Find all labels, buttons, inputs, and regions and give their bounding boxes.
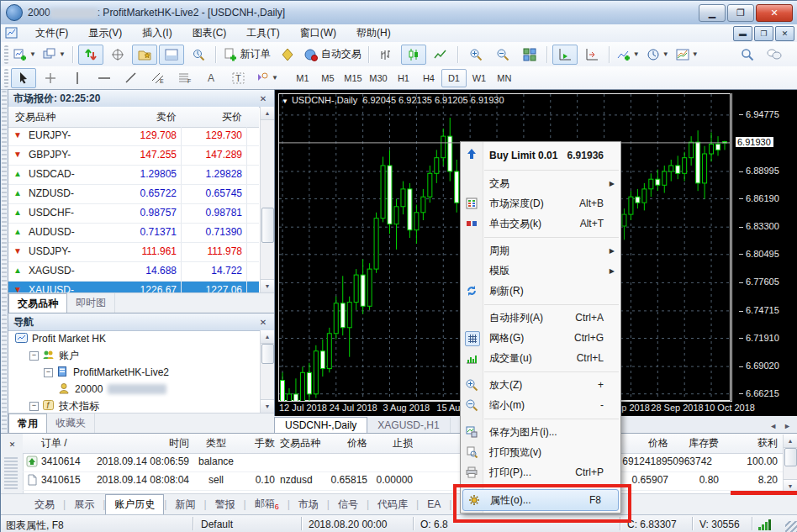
- shapes-icon[interactable]: ▼: [253, 68, 281, 88]
- expander-icon[interactable]: −: [29, 402, 39, 411]
- tab-scroll-right-icon[interactable]: ►: [784, 422, 791, 430]
- history-row-3410615[interactable]: 34106152018.09.14 08:08:04sell0.10nzdusd…: [23, 471, 783, 491]
- expander-icon[interactable]: −: [44, 368, 53, 377]
- tree-item-Profit Market HK[interactable]: Profit Market HK: [8, 330, 259, 347]
- column-header-bid[interactable]: 卖价: [156, 110, 177, 124]
- market-watch-row-USDJPY-[interactable]: ▼USDJPY-111.961111.978: [8, 243, 259, 262]
- scroll-up-icon[interactable]: ▲: [261, 107, 274, 120]
- market-watch-row-NZDUSD-[interactable]: ▲NZDUSD-0.657220.65745: [8, 185, 259, 204]
- metaeditor-icon[interactable]: [275, 45, 300, 65]
- tree-item-账户[interactable]: −账户: [8, 347, 259, 364]
- chart-tab-XAGUSD-,H1[interactable]: XAGUSD-,H1: [367, 418, 450, 433]
- tab-scroll-left-icon[interactable]: ◄: [769, 422, 777, 430]
- scrollbar-thumb[interactable]: [784, 448, 797, 466]
- market-watch-row-EURJPY-[interactable]: ▼EURJPY-129.708129.730: [8, 127, 259, 146]
- trendline-icon[interactable]: [119, 68, 144, 88]
- column-header-symbol[interactable]: 交易品种: [15, 110, 55, 124]
- menu-图表(C)[interactable]: 图表(C): [182, 25, 237, 40]
- candlestick-icon[interactable]: [401, 45, 426, 65]
- terminal-tab-账户历史[interactable]: 账户历史: [105, 494, 164, 515]
- chat-icon[interactable]: [762, 45, 787, 65]
- tile-windows-icon[interactable]: [517, 45, 542, 65]
- scroll-up-icon[interactable]: ▲: [784, 435, 797, 448]
- scroll-down-icon[interactable]: ▼: [261, 279, 274, 293]
- timeframe-M1[interactable]: M1: [290, 69, 315, 87]
- menu-显示(V)[interactable]: 显示(V): [78, 25, 132, 40]
- timeframe-M5[interactable]: M5: [315, 69, 340, 87]
- timeframe-M30[interactable]: M30: [366, 69, 391, 87]
- context-menu-item-打印(P)...[interactable]: 打印(P)...Ctrl+P: [461, 462, 620, 482]
- vertical-line-icon[interactable]: [65, 68, 90, 88]
- toolbar-grip[interactable]: [4, 69, 8, 87]
- new-order-button[interactable]: 新订单: [221, 45, 273, 65]
- mdi-close-button[interactable]: ✕: [775, 26, 794, 41]
- terminal-tab-代码库[interactable]: 代码库: [369, 495, 416, 514]
- timeframe-D1[interactable]: D1: [441, 69, 467, 87]
- mdi-minimize-button[interactable]: ▬: [733, 26, 752, 41]
- terminal-tab-警报[interactable]: 警报: [207, 495, 244, 514]
- tree-item-20000[interactable]: 20000: [8, 381, 259, 398]
- tab-收藏夹[interactable]: 收藏夹: [47, 413, 95, 433]
- context-menu-item-周期[interactable]: 周期▶: [461, 240, 620, 261]
- close-button[interactable]: ✕: [756, 4, 793, 22]
- tree-item-ProfitMarketHK-Live2[interactable]: −ProfitMarketHK-Live2: [8, 364, 259, 381]
- history-row-3410614[interactable]: 34106142018.09.14 08:06:59balance6912418…: [23, 453, 783, 472]
- expander-icon[interactable]: −: [29, 351, 39, 361]
- bar-chart-icon[interactable]: [374, 45, 399, 65]
- context-menu-item-保存为图片(i)...[interactable]: 保存为图片(i)...: [461, 422, 620, 442]
- context-menu-item-放大(Z)[interactable]: 放大(Z)+: [461, 375, 620, 395]
- menu-帮助(H)[interactable]: 帮助(H): [346, 25, 401, 40]
- search-icon[interactable]: [735, 45, 760, 65]
- context-menu-item-网格(G)[interactable]: 网格(G)Ctrl+G: [461, 328, 620, 348]
- new-chart-icon[interactable]: ▼: [11, 45, 39, 65]
- terminal-grip[interactable]: [4, 457, 18, 491]
- scroll-up-icon[interactable]: ▲: [261, 330, 274, 344]
- timeframe-H1[interactable]: H1: [391, 69, 416, 87]
- navigator-icon[interactable]: [132, 45, 157, 65]
- cursor-icon[interactable]: [11, 68, 36, 88]
- mdi-restore-button[interactable]: ❐: [754, 26, 773, 41]
- close-icon[interactable]: ✕: [257, 92, 269, 104]
- tab-交易品种[interactable]: 交易品种: [8, 293, 67, 313]
- timeframe-W1[interactable]: W1: [467, 69, 492, 87]
- periods-icon[interactable]: ▼: [644, 45, 672, 65]
- fibonacci-icon[interactable]: F: [172, 68, 198, 88]
- tab-即时图[interactable]: 即时图: [67, 293, 115, 313]
- terminal-close-icon[interactable]: ✕: [6, 438, 18, 450]
- scrollbar-thumb[interactable]: [261, 208, 274, 243]
- context-menu-item-刷新(R)[interactable]: 刷新(R): [461, 281, 620, 301]
- terminal-tab-新闻[interactable]: 新闻: [166, 495, 203, 514]
- toolbar-grip[interactable]: [4, 45, 8, 64]
- market-watch-scrollbar[interactable]: ▲ ▼: [260, 107, 274, 293]
- context-menu-item-模版[interactable]: 模版▶: [461, 261, 620, 281]
- auto-scroll-icon[interactable]: [552, 45, 578, 65]
- terminal-icon[interactable]: [159, 45, 184, 65]
- terminal-tab-EA[interactable]: EA: [419, 496, 449, 513]
- profiles-icon[interactable]: ▼: [40, 45, 68, 65]
- market-watch-row-XAUUSD-[interactable]: ▼XAUUSD-1226.671227.06: [8, 282, 259, 293]
- column-header-lots[interactable]: 手数: [243, 436, 275, 450]
- terminal-tab-市场[interactable]: 市场: [290, 495, 327, 514]
- tab-常用[interactable]: 常用: [8, 413, 47, 434]
- terminal-tab-交易[interactable]: 交易: [26, 495, 63, 514]
- close-icon[interactable]: ✕: [257, 316, 269, 328]
- chart-shift-icon[interactable]: [579, 45, 604, 65]
- column-header-symbol[interactable]: 交易品种: [280, 436, 330, 450]
- equidistant-channel-icon[interactable]: E: [145, 68, 171, 88]
- navigator-scrollbar[interactable]: ▲ ▼: [260, 330, 274, 413]
- context-menu-item-打印预览(v)[interactable]: 打印预览(v): [461, 442, 620, 462]
- terminal-tab-信号[interactable]: 信号: [330, 495, 367, 514]
- column-header-type[interactable]: 类型: [193, 436, 240, 450]
- terminal-tab-邮箱[interactable]: 邮箱6: [246, 494, 288, 514]
- context-menu-item-缩小(m)[interactable]: 缩小(m)-: [461, 395, 620, 415]
- context-menu-item-市场深度(D)[interactable]: 市场深度(D)Alt+B: [461, 193, 620, 213]
- timeframe-H4[interactable]: H4: [416, 69, 441, 87]
- autotrading-button[interactable]: 自动交易: [302, 45, 364, 65]
- restore-button[interactable]: ❐: [727, 4, 754, 22]
- zoom-out-icon[interactable]: [490, 45, 515, 65]
- data-window-icon[interactable]: [105, 45, 130, 65]
- text-icon[interactable]: A: [199, 68, 224, 88]
- market-watch-row-XAGUSD-[interactable]: ▲XAGUSD-14.68814.722: [8, 262, 259, 282]
- menu-窗口(W)[interactable]: 窗口(W): [290, 25, 346, 40]
- menu-工具(T)[interactable]: 工具(T): [236, 25, 289, 40]
